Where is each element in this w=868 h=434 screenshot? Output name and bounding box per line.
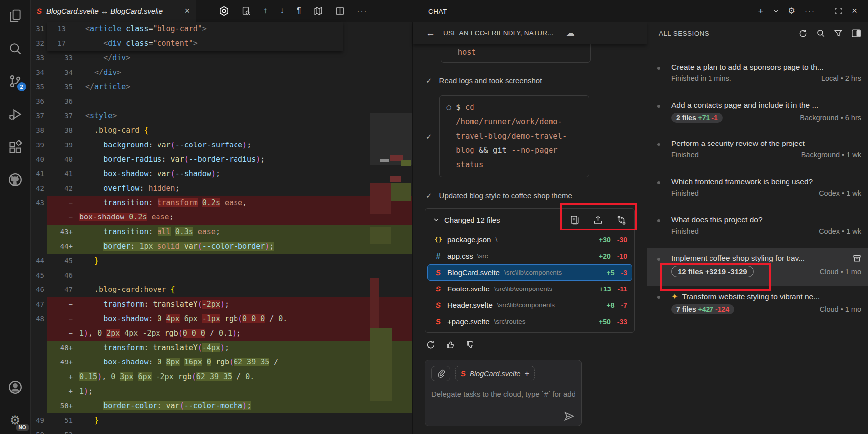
changed-file-row[interactable]: SHeader.svelte\src\lib\components+8-7 xyxy=(427,297,632,313)
retry-icon[interactable] xyxy=(426,340,436,350)
code-line[interactable]: 5052 xyxy=(31,428,412,434)
code-token: div xyxy=(112,53,126,62)
code-line[interactable]: −box-shadow 0.2s ease; xyxy=(31,210,412,224)
tab-blogcard-svelte[interactable]: S BlogCard.svelte ↔ BlogCard.svelte × xyxy=(31,0,196,22)
git-compare-icon[interactable] xyxy=(616,215,627,225)
search-icon[interactable] xyxy=(7,41,23,57)
code-line[interactable]: 3333 </div> xyxy=(31,51,412,65)
old-line-number: 34 xyxy=(31,66,47,80)
session-bullet-icon xyxy=(657,105,660,108)
code-line[interactable]: 3939 background: var(--color-surface); xyxy=(31,138,412,152)
sticky-line[interactable]: 13<article class="blog-card"> xyxy=(47,22,343,36)
maximize-panel-icon[interactable] xyxy=(835,7,842,15)
changed-file-row[interactable]: {}package.json\+30-30 xyxy=(427,231,632,248)
code-token: ( xyxy=(171,169,175,178)
new-chat-dropdown-icon[interactable] xyxy=(773,8,779,14)
code-line[interactable]: 4647 .blog-card:hover { xyxy=(31,283,412,297)
openai-codex-icon[interactable] xyxy=(219,6,229,16)
code-line[interactable]: 44+ border: 1px solid var(--color-border… xyxy=(31,239,412,254)
settings-gear-icon[interactable]: ⚙ NO xyxy=(7,412,23,428)
code-line[interactable]: 3636 xyxy=(31,94,412,109)
sticky-scroll-header[interactable]: 13<article class="blog-card">17 <div cla… xyxy=(47,22,343,51)
code-line[interactable]: 50+ border-color: var(--color-mocha); xyxy=(31,399,412,413)
run-debug-icon[interactable] xyxy=(7,106,23,122)
chat-settings-icon[interactable]: ⚙ xyxy=(788,7,795,15)
map-icon[interactable] xyxy=(314,6,323,16)
changed-file-row[interactable]: SBlogCard.svelte\src\lib\components+5-3 xyxy=(427,264,632,281)
changed-file-row[interactable]: S+page.svelte\src\routes+50-33 xyxy=(427,313,632,330)
session-status: Finished xyxy=(671,151,699,159)
chat-more-icon[interactable]: ··· xyxy=(805,7,815,15)
changed-file-row[interactable]: SFooter.svelte\src\lib\components+13-11 xyxy=(427,281,632,297)
code-line[interactable]: 3737<style> xyxy=(31,109,412,123)
session-item[interactable]: Which frontend framework is being used?F… xyxy=(647,171,868,210)
code-line[interactable]: 3838 .blog-card { xyxy=(31,123,412,138)
sparkle-icon: ✦ xyxy=(671,292,678,301)
code-token xyxy=(85,53,103,62)
new-line-number: 38 xyxy=(47,123,79,138)
send-icon[interactable] xyxy=(564,411,575,422)
scrollbar-handle[interactable] xyxy=(380,159,389,162)
code-line[interactable]: 4445 } xyxy=(31,254,412,268)
archive-icon[interactable] xyxy=(853,254,861,263)
toggle-secondary-panel-icon[interactable] xyxy=(851,29,861,38)
code-line[interactable]: 3535</article> xyxy=(31,80,412,94)
session-item[interactable]: ✦Transform website styling to vibrant ne… xyxy=(647,286,868,324)
code-line[interactable]: +1); xyxy=(31,384,412,399)
code-line[interactable]: 43+ transition: all 0.3s ease; xyxy=(31,225,412,239)
source-control-icon[interactable]: 2 xyxy=(7,73,23,89)
minimap[interactable] xyxy=(370,22,412,434)
code-line[interactable]: 49+ box-shadow: 0 8px 16px 0 rgb(62 39 3… xyxy=(31,355,412,369)
new-file-diff-icon[interactable] xyxy=(569,215,580,225)
sticky-line[interactable]: 17 <div class="content"> xyxy=(47,36,343,51)
render-whitespace-icon[interactable]: ¶ xyxy=(297,6,301,15)
code-token: rgb xyxy=(178,372,192,381)
thumbs-up-icon[interactable] xyxy=(446,340,456,350)
refresh-icon[interactable] xyxy=(798,29,808,38)
code-line[interactable]: 3434 </div> xyxy=(31,66,412,80)
context-chip-blogcard[interactable]: S BlogCard.svelte + xyxy=(455,366,535,381)
next-change-icon[interactable]: ↓ xyxy=(280,6,285,16)
session-item[interactable]: Create a plan to add a sponsors page to … xyxy=(647,57,868,95)
code-line[interactable]: 4242 overflow: hidden; xyxy=(31,181,412,196)
code-token: ( xyxy=(178,329,183,338)
filter-icon[interactable] xyxy=(834,29,843,38)
session-title-text: Create a plan to add a sponsors page to … xyxy=(671,63,824,72)
new-chat-icon[interactable]: + xyxy=(758,6,764,16)
code-line[interactable]: 4141 box-shadow: var(--shadow); xyxy=(31,167,412,181)
previous-change-icon[interactable]: ↑ xyxy=(263,6,268,16)
session-item[interactable]: What does this project do?FinishedCodex … xyxy=(647,210,868,248)
session-item[interactable]: Implement coffee shop styling for trav..… xyxy=(647,248,868,286)
chat-input-box[interactable]: S BlogCard.svelte + Delegate tasks to th… xyxy=(425,360,582,426)
code-line[interactable]: 4546 xyxy=(31,268,412,283)
changed-files-header[interactable]: Changed 12 files xyxy=(425,209,634,231)
session-item[interactable]: Perform a security review of the project… xyxy=(647,133,868,171)
explorer-icon[interactable] xyxy=(7,8,23,24)
code-line[interactable]: 43− transition: transform 0.2s ease, xyxy=(31,196,412,210)
account-icon[interactable] xyxy=(7,379,23,395)
open-preview-icon[interactable] xyxy=(241,6,251,16)
apply-changes-icon[interactable] xyxy=(593,215,603,225)
code-line[interactable]: 4040 border-radius: var(--border-radius)… xyxy=(31,152,412,167)
changed-file-row[interactable]: #app.css\src+20-10 xyxy=(427,248,632,264)
code-line[interactable]: +0.15), 0 3px 6px -2px rgb(62 39 35 / 0. xyxy=(31,370,412,384)
search-sessions-icon[interactable] xyxy=(816,29,825,38)
add-context-icon[interactable]: + xyxy=(524,369,529,379)
code-line[interactable]: 4951 } xyxy=(31,413,412,428)
chat-input-placeholder[interactable]: Delegate tasks to the cloud, type `#` fo… xyxy=(431,390,575,398)
code-line[interactable]: 47− transform: translateY(-2px); xyxy=(31,297,412,312)
extensions-icon[interactable] xyxy=(7,139,23,155)
github-icon[interactable] xyxy=(7,172,23,188)
tab-chat[interactable]: CHAT xyxy=(427,2,448,20)
split-editor-icon[interactable] xyxy=(335,6,345,16)
attach-button[interactable] xyxy=(431,366,450,381)
code-line[interactable]: 48− box-shadow: 0 4px 6px -1px rgb(0 0 0… xyxy=(31,312,412,326)
session-item[interactable]: Add a contacts page and include it in th… xyxy=(647,95,868,133)
back-icon[interactable]: ← xyxy=(426,28,435,39)
close-panel-icon[interactable]: × xyxy=(852,5,857,16)
tab-close-icon[interactable]: × xyxy=(184,6,190,15)
editor-more-actions-icon[interactable]: ··· xyxy=(357,7,368,15)
code-line[interactable]: −1), 0 2px 4px -2px rgb(0 0 0 / 0.1); xyxy=(31,326,412,341)
thumbs-down-icon[interactable] xyxy=(466,340,475,350)
code-line[interactable]: 48+ transform: translateY(-4px); xyxy=(31,341,412,355)
